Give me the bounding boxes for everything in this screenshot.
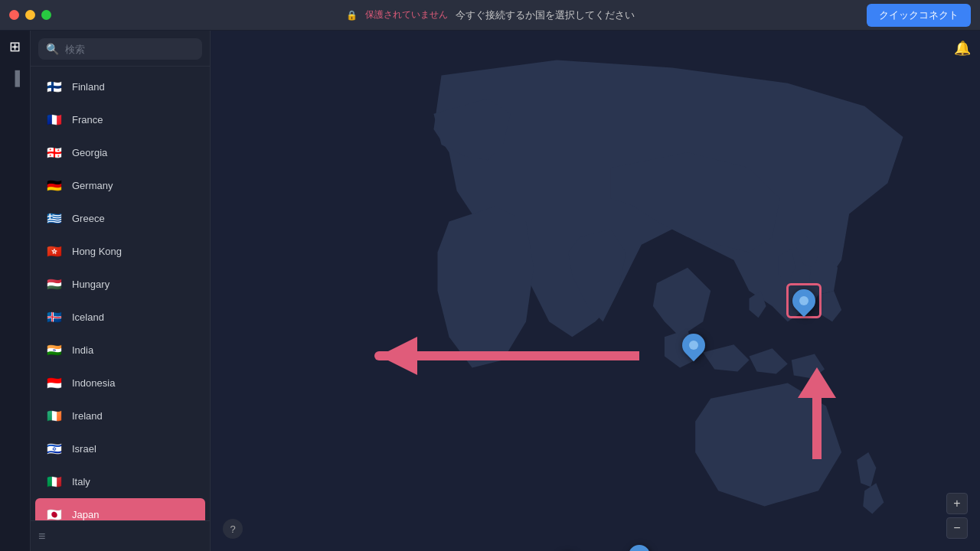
flag-ireland: 🇮🇪 [44, 406, 64, 425]
sidebar-bottom: ≡ [31, 520, 210, 551]
flag-germany: 🇩🇪 [44, 175, 64, 195]
center-pin [682, 334, 705, 357]
sidebar-item-ireland[interactable]: 🇮🇪Ireland [35, 399, 205, 432]
maximize-button[interactable] [41, 10, 51, 20]
sidebar-item-germany[interactable]: 🇩🇪Germany [35, 169, 205, 201]
flag-italy: 🇮🇹 [44, 471, 64, 491]
flag-japan: 🇯🇵 [44, 504, 64, 520]
country-name-ireland: Ireland [72, 410, 103, 422]
not-secure-label: 保護されていません [365, 8, 448, 21]
flag-indonesia: 🇮🇩 [44, 373, 64, 393]
bottom-mid-pin [629, 545, 650, 551]
sidebar-item-indonesia[interactable]: 🇮🇩Indonesia [35, 367, 205, 399]
country-name-france: France [72, 114, 103, 126]
country-list: 🇫🇮Finland🇫🇷France🇬🇪Georgia🇩🇪Germany🇬🇷Gre… [31, 67, 210, 520]
country-name-israel: Israel [72, 443, 96, 455]
country-name-greece: Greece [72, 213, 105, 224]
layers-icon[interactable]: ⊞ [9, 38, 21, 55]
sidebar-item-italy[interactable]: 🇮🇹Italy [35, 465, 205, 497]
minimize-button[interactable] [25, 10, 35, 20]
close-button[interactable] [9, 10, 19, 20]
country-name-germany: Germany [72, 180, 113, 191]
sidebar-item-georgia[interactable]: 🇬🇪Georgia [35, 136, 205, 168]
country-name-italy: Italy [72, 476, 90, 487]
sidebar-icon-strip: ⊞ ▐ [0, 31, 31, 551]
flag-hungary: 🇭🇺 [44, 274, 64, 294]
lock-icon: 🔒 [346, 10, 358, 21]
country-name-georgia: Georgia [72, 147, 107, 158]
map-area: + − ? 🔔 [211, 31, 980, 551]
flag-france: 🇫🇷 [44, 109, 64, 129]
traffic-lights [9, 10, 51, 20]
quick-connect-button[interactable]: クイックコネクト [867, 4, 971, 27]
titlebar: 🔒 保護されていません 今すぐ接続するか国を選択してください クイックコネクト [0, 0, 980, 31]
sidebar-item-hungary[interactable]: 🇭🇺Hungary [35, 268, 205, 300]
flag-hong-kong: 🇭🇰 [44, 241, 64, 261]
country-name-indonesia: Indonesia [72, 377, 115, 389]
sidebar: 🔍 🇫🇮Finland🇫🇷France🇬🇪Georgia🇩🇪Germany🇬🇷G… [31, 31, 211, 551]
map-help-button[interactable]: ? [223, 519, 243, 539]
sidebar-item-hong-kong[interactable]: 🇭🇰Hong Kong [35, 235, 205, 267]
flag-india: 🇮🇳 [44, 340, 64, 360]
sidebar-item-israel[interactable]: 🇮🇱Israel [35, 432, 205, 465]
sidebar-item-india[interactable]: 🇮🇳India [35, 334, 205, 366]
country-name-finland: Finland [72, 81, 105, 93]
search-box: 🔍 [31, 31, 210, 67]
country-name-hong-kong: Hong Kong [72, 246, 122, 257]
menu-icon[interactable]: ≡ [38, 530, 45, 543]
map-controls: + − [946, 493, 968, 539]
titlebar-center: 🔒 保護されていません 今すぐ接続するか国を選択してください [346, 8, 635, 22]
world-map-svg [211, 31, 980, 551]
country-name-iceland: Iceland [72, 311, 104, 323]
flag-israel: 🇮🇱 [44, 439, 64, 458]
search-input-wrapper: 🔍 [38, 38, 202, 60]
sidebar-item-greece[interactable]: 🇬🇷Greece [35, 202, 205, 234]
country-name-japan: Japan [72, 509, 99, 520]
country-name-hungary: Hungary [72, 279, 109, 290]
stats-icon[interactable]: ▐ [10, 70, 20, 86]
search-input[interactable] [65, 44, 194, 55]
notification-icon[interactable]: 🔔 [954, 40, 971, 57]
page-title: 今すぐ接続するか国を選択してください [456, 8, 635, 22]
sidebar-item-iceland[interactable]: 🇮🇸Iceland [35, 301, 205, 333]
sidebar-item-japan[interactable]: 🇯🇵Japan [35, 498, 205, 520]
flag-iceland: 🇮🇸 [44, 307, 64, 327]
sidebar-item-finland[interactable]: 🇫🇮Finland [35, 70, 205, 103]
japan-pin-highlight [786, 283, 822, 318]
sidebar-item-france[interactable]: 🇫🇷France [35, 103, 205, 135]
search-icon: 🔍 [46, 43, 59, 55]
flag-georgia: 🇬🇪 [44, 142, 64, 162]
flag-greece: 🇬🇷 [44, 208, 64, 228]
zoom-out-button[interactable]: − [946, 517, 968, 539]
zoom-in-button[interactable]: + [946, 493, 968, 514]
main-layout: ⊞ ▐ 🔍 🇫🇮Finland🇫🇷France🇬🇪Georgia🇩🇪German… [0, 31, 980, 551]
flag-finland: 🇫🇮 [44, 77, 64, 96]
country-name-india: India [72, 344, 93, 356]
